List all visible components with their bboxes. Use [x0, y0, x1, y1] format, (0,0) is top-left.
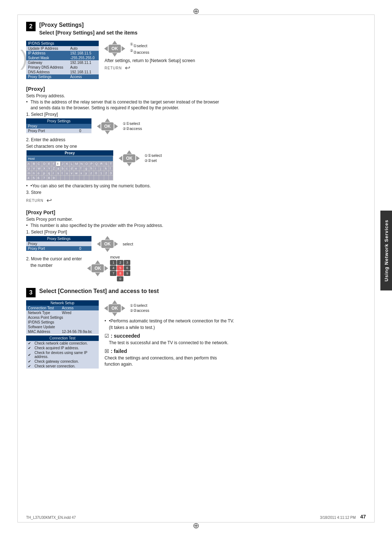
- proxy-step2: 2. Enter the address: [26, 137, 366, 142]
- proxy-keyboard-col: Proxy Host ABC DEF I JKL MNO PQR ST U: [26, 150, 113, 180]
- proxy-select2-label: ①①select: [144, 153, 162, 158]
- section2-header: 2 [Proxy Settings] Select [Proxy Setting…: [26, 22, 366, 38]
- conn-test-header: Connection Test: [26, 335, 99, 341]
- row-label: Subnet Mask: [26, 56, 68, 60]
- row-value: Wired: [60, 310, 99, 315]
- proxy-keyboard-table: Proxy Host ABC DEF I JKL MNO PQR ST U: [26, 150, 113, 180]
- row-label: Proxy Settings: [26, 74, 68, 79]
- proxy-port-title: [Proxy Port]: [26, 209, 366, 215]
- section3: 3 Select [Connection Test] and access to…: [26, 288, 366, 369]
- key-8: 8: [117, 271, 123, 276]
- row-value: 0: [77, 246, 91, 251]
- key-5: 5: [117, 265, 123, 270]
- section3-performs-note: •Performs automatic testing of the netwo…: [105, 318, 234, 324]
- proxy-ok-block-2: OK ①①select ②②set: [119, 150, 162, 166]
- return-row: RETURN ↩: [105, 64, 195, 72]
- proxy-port-step1: 1. Select [Proxy Port]: [26, 229, 366, 235]
- footer-left: TH_L37U30KMTX_EN.indd 47: [26, 516, 76, 520]
- succeeded-block: ☑ : succeeded: [105, 333, 234, 339]
- section3-access-label: ②②access: [130, 308, 149, 313]
- row-label: Proxy: [26, 124, 91, 129]
- keyboard-row-4: 456 789: [26, 176, 113, 180]
- check-icon: ✔: [26, 364, 33, 369]
- compass-bottom-icon: ⊕: [193, 521, 199, 530]
- proxy-select-label: ①①select: [123, 121, 142, 126]
- table-row: Connection Test Access: [26, 306, 99, 310]
- proxy-port-table: Proxy Settings Proxy Proxy Port 0: [26, 236, 91, 251]
- row-label: Primary DNS Address: [26, 65, 68, 70]
- proxy-title: [Proxy]: [26, 86, 366, 92]
- proxy-kb-header: Proxy: [26, 150, 113, 156]
- proxy-port-section: [Proxy Port] Sets Proxy port number. Thi…: [26, 209, 366, 281]
- ok-button-icon-3: OK: [119, 150, 139, 166]
- check-icon: ✔: [26, 341, 33, 346]
- key-6: 6: [124, 265, 130, 270]
- proxy-port-desc: Sets Proxy port number.: [26, 217, 366, 222]
- proxy-step3: 3. Store: [26, 190, 366, 195]
- proxy-set-label: ②②set: [144, 158, 162, 163]
- table-row: Proxy Port 0: [26, 129, 91, 133]
- compass-top-icon: ⊕: [193, 7, 199, 16]
- row-value: Access: [60, 306, 99, 310]
- table-row: DNS Address 192.168.11.1: [26, 70, 99, 74]
- ok-button-icon-2: OK: [97, 118, 118, 134]
- row-label: Access Point Settings: [26, 315, 99, 320]
- succeeded-label: : succeeded: [111, 333, 140, 339]
- proxy-port-header: Proxy Settings: [26, 236, 91, 241]
- key-2: 2: [117, 260, 123, 265]
- conn-test-table: Connection Test ✔ Check network cable co…: [26, 335, 99, 369]
- row-value: Access: [68, 74, 99, 79]
- move-annotation: move 1 2 3 4 5 6 7 8 9 0: [110, 255, 130, 281]
- table-row: ✔ Check acquired IP address.: [26, 346, 99, 350]
- ok-button-icon-4: OK: [97, 236, 118, 252]
- key-7: 7: [110, 271, 117, 276]
- ok-button-icon-6: OK: [105, 300, 125, 316]
- proxy-return-label: RETURN: [26, 199, 44, 203]
- network-setup-header: Network Setup: [26, 300, 99, 306]
- row-value: -255.255.255.0: [68, 56, 99, 60]
- proxy-return-icon: ↩: [46, 196, 52, 204]
- proxy-numeric-note: •You can also set the characters by usin…: [26, 183, 366, 188]
- table-row: Proxy: [26, 241, 91, 246]
- proxy-port-table-col: Proxy Settings Proxy Proxy Port 0: [26, 236, 91, 251]
- row-value: Auto: [68, 65, 99, 70]
- table-row: Access Point Settings: [26, 315, 99, 320]
- check-icon: ✔: [26, 346, 33, 350]
- table-row: Update IP Address Auto: [26, 46, 99, 51]
- proxy-port-annotation: select: [123, 242, 133, 247]
- section2-ok-block: OK ①①select ②②access After settings, ret…: [105, 41, 195, 75]
- row-label: MAC Address: [26, 329, 60, 334]
- section3-tables-col: Network Setup Connection Test Access Net…: [26, 300, 99, 369]
- proxy-port-step2-text: 2. Move the cursor and enter the number: [26, 255, 82, 269]
- select-access-annotation: ①①select ②②access: [130, 42, 149, 55]
- proxy-annotation: ①①select ②②access: [123, 121, 142, 131]
- row-label: Update IP Address: [26, 46, 68, 51]
- ipdns-table-col: IP/DNS Settings Update IP Address Auto I…: [26, 41, 99, 81]
- table-row: ✔ Check server connection.: [26, 364, 99, 369]
- return-label: RETURN: [105, 66, 122, 70]
- row-label: IP/DNS Settings: [26, 320, 99, 325]
- key-0: 0: [117, 276, 123, 281]
- proxy-port-bullet1: This number is also specified by the pro…: [26, 223, 366, 228]
- proxy-settings-header: Proxy Settings: [26, 118, 91, 124]
- proxy-step2b: Set characters one by one: [26, 144, 366, 149]
- section2-content: IP/DNS Settings Update IP Address Auto I…: [26, 41, 366, 81]
- proxy-access-label: ②②access: [123, 126, 142, 131]
- ipdns-settings-table: IP/DNS Settings Update IP Address Auto I…: [26, 41, 99, 79]
- table-row: IP Address 192.168.11.5: [26, 51, 99, 56]
- table-row: Proxy Settings Access: [26, 74, 99, 79]
- right-margin: [374, 15, 375, 522]
- table-row: Primary DNS Address Auto: [26, 65, 99, 70]
- proxy-section: [Proxy] Sets Proxy address. This is the …: [26, 86, 366, 204]
- key-9: 9: [124, 271, 130, 276]
- select-label: ①①select: [130, 42, 149, 48]
- proxy-step1: 1. Select [Proxy]: [26, 112, 366, 117]
- ipdns-header: IP/DNS Settings: [26, 41, 99, 46]
- table-row: Gateway 192.168.11.1: [26, 60, 99, 65]
- row-value: 12-34-56-78-9a-bc: [60, 329, 99, 334]
- keyboard-row-2: UVW XYZ abc def ghi jkl: [26, 166, 113, 171]
- row-label: Network Type: [26, 310, 60, 315]
- proxy-port-select-label: select: [123, 242, 133, 246]
- row-value: Auto: [68, 46, 99, 51]
- keyboard-row-1: ABC DEF I JKL MNO PQR ST: [26, 162, 113, 166]
